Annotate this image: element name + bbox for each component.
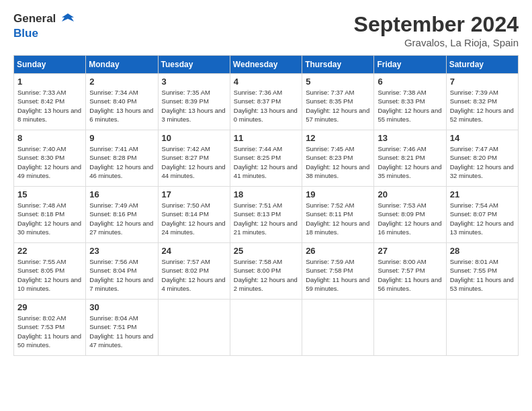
- day-info: Sunrise: 7:39 AM Sunset: 8:32 PM Dayligh…: [450, 88, 515, 124]
- calendar-week-row: 29 Sunrise: 8:02 AM Sunset: 7:53 PM Dayl…: [14, 300, 519, 356]
- calendar-day-cell: 6 Sunrise: 7:38 AM Sunset: 8:33 PM Dayli…: [374, 74, 446, 130]
- day-info: Sunrise: 7:55 AM Sunset: 8:05 PM Dayligh…: [17, 257, 82, 293]
- calendar-day-cell: 29 Sunrise: 8:02 AM Sunset: 7:53 PM Dayl…: [14, 300, 86, 356]
- day-number: 20: [378, 189, 442, 199]
- day-info: Sunrise: 7:45 AM Sunset: 8:23 PM Dayligh…: [306, 144, 370, 180]
- day-number: 13: [378, 133, 442, 143]
- day-number: 21: [450, 189, 515, 199]
- day-info: Sunrise: 7:53 AM Sunset: 8:09 PM Dayligh…: [378, 201, 442, 236]
- calendar-day-cell: [158, 300, 230, 356]
- calendar-day-cell: 16 Sunrise: 7:49 AM Sunset: 8:16 PM Dayl…: [86, 187, 158, 243]
- day-info: Sunrise: 7:57 AM Sunset: 8:02 PM Dayligh…: [162, 257, 226, 293]
- calendar-week-row: 8 Sunrise: 7:40 AM Sunset: 8:30 PM Dayli…: [14, 130, 519, 187]
- calendar-day-cell: 25 Sunrise: 7:58 AM Sunset: 8:00 PM Dayl…: [230, 243, 302, 300]
- calendar-week-row: 15 Sunrise: 7:48 AM Sunset: 8:18 PM Dayl…: [14, 187, 519, 243]
- day-info: Sunrise: 7:38 AM Sunset: 8:33 PM Dayligh…: [378, 88, 442, 124]
- day-info: Sunrise: 7:40 AM Sunset: 8:30 PM Dayligh…: [17, 144, 82, 180]
- day-number: 5: [306, 77, 370, 87]
- svg-marker-0: [62, 13, 74, 21]
- day-number: 12: [306, 133, 370, 143]
- day-number: 18: [234, 189, 298, 199]
- day-info: Sunrise: 7:33 AM Sunset: 8:42 PM Dayligh…: [17, 88, 82, 124]
- day-number: 29: [17, 302, 82, 312]
- day-info: Sunrise: 7:49 AM Sunset: 8:16 PM Dayligh…: [89, 201, 154, 236]
- day-number: 23: [89, 246, 154, 256]
- day-number: 26: [306, 246, 370, 256]
- calendar-day-cell: [302, 300, 374, 356]
- day-info: Sunrise: 7:48 AM Sunset: 8:18 PM Dayligh…: [17, 201, 82, 236]
- calendar-day-cell: 18 Sunrise: 7:51 AM Sunset: 8:13 PM Dayl…: [230, 187, 302, 243]
- calendar-day-cell: 21 Sunrise: 7:54 AM Sunset: 8:07 PM Dayl…: [446, 187, 518, 243]
- day-info: Sunrise: 7:54 AM Sunset: 8:07 PM Dayligh…: [450, 201, 515, 236]
- calendar-day-cell: 15 Sunrise: 7:48 AM Sunset: 8:18 PM Dayl…: [14, 187, 86, 243]
- logo-line1: General: [13, 12, 75, 27]
- calendar-day-cell: 1 Sunrise: 7:33 AM Sunset: 8:42 PM Dayli…: [14, 74, 86, 130]
- month-title: September 2024: [354, 12, 519, 37]
- day-info: Sunrise: 7:41 AM Sunset: 8:28 PM Dayligh…: [89, 144, 154, 180]
- day-info: Sunrise: 7:52 AM Sunset: 8:11 PM Dayligh…: [306, 201, 370, 236]
- day-info: Sunrise: 8:04 AM Sunset: 7:51 PM Dayligh…: [89, 314, 154, 349]
- day-number: 17: [162, 189, 226, 199]
- col-friday: Friday: [374, 56, 446, 74]
- calendar-day-cell: 9 Sunrise: 7:41 AM Sunset: 8:28 PM Dayli…: [86, 130, 158, 187]
- calendar-day-cell: 5 Sunrise: 7:37 AM Sunset: 8:35 PM Dayli…: [302, 74, 374, 130]
- calendar-day-cell: 11 Sunrise: 7:44 AM Sunset: 8:25 PM Dayl…: [230, 130, 302, 187]
- calendar-day-cell: 19 Sunrise: 7:52 AM Sunset: 8:11 PM Dayl…: [302, 187, 374, 243]
- calendar-day-cell: 7 Sunrise: 7:39 AM Sunset: 8:32 PM Dayli…: [446, 74, 518, 130]
- calendar-day-cell: 17 Sunrise: 7:50 AM Sunset: 8:14 PM Dayl…: [158, 187, 230, 243]
- logo-line2: Blue: [13, 27, 75, 40]
- calendar-day-cell: 3 Sunrise: 7:35 AM Sunset: 8:39 PM Dayli…: [158, 74, 230, 130]
- day-number: 22: [17, 246, 82, 256]
- calendar-day-cell: [230, 300, 302, 356]
- col-saturday: Saturday: [446, 56, 518, 74]
- calendar-day-cell: 30 Sunrise: 8:04 AM Sunset: 7:51 PM Dayl…: [86, 300, 158, 356]
- day-number: 30: [89, 302, 154, 312]
- day-number: 24: [162, 246, 226, 256]
- calendar-day-cell: 2 Sunrise: 7:34 AM Sunset: 8:40 PM Dayli…: [86, 74, 158, 130]
- day-number: 4: [234, 77, 298, 87]
- day-number: 1: [17, 77, 82, 87]
- calendar-day-cell: 23 Sunrise: 7:56 AM Sunset: 8:04 PM Dayl…: [86, 243, 158, 300]
- day-info: Sunrise: 7:37 AM Sunset: 8:35 PM Dayligh…: [306, 88, 370, 124]
- calendar-day-cell: 10 Sunrise: 7:42 AM Sunset: 8:27 PM Dayl…: [158, 130, 230, 187]
- calendar-day-cell: 26 Sunrise: 7:59 AM Sunset: 7:58 PM Dayl…: [302, 243, 374, 300]
- day-info: Sunrise: 7:56 AM Sunset: 8:04 PM Dayligh…: [89, 257, 154, 293]
- day-info: Sunrise: 7:59 AM Sunset: 7:58 PM Dayligh…: [306, 257, 370, 293]
- day-number: 10: [162, 133, 226, 143]
- day-number: 19: [306, 189, 370, 199]
- calendar-week-row: 22 Sunrise: 7:55 AM Sunset: 8:05 PM Dayl…: [14, 243, 519, 300]
- calendar-day-cell: [446, 300, 518, 356]
- day-number: 11: [234, 133, 298, 143]
- logo-bird-icon: [60, 12, 75, 27]
- day-number: 2: [89, 77, 154, 87]
- logo: General Blue: [13, 12, 75, 40]
- day-number: 25: [234, 246, 298, 256]
- day-info: Sunrise: 7:44 AM Sunset: 8:25 PM Dayligh…: [234, 144, 298, 180]
- calendar-day-cell: 22 Sunrise: 7:55 AM Sunset: 8:05 PM Dayl…: [14, 243, 86, 300]
- col-monday: Monday: [86, 56, 158, 74]
- calendar-day-cell: 20 Sunrise: 7:53 AM Sunset: 8:09 PM Dayl…: [374, 187, 446, 243]
- calendar-day-cell: 14 Sunrise: 7:47 AM Sunset: 8:20 PM Dayl…: [446, 130, 518, 187]
- calendar-day-cell: 24 Sunrise: 7:57 AM Sunset: 8:02 PM Dayl…: [158, 243, 230, 300]
- calendar-day-cell: 12 Sunrise: 7:45 AM Sunset: 8:23 PM Dayl…: [302, 130, 374, 187]
- day-info: Sunrise: 8:01 AM Sunset: 7:55 PM Dayligh…: [450, 257, 515, 293]
- col-sunday: Sunday: [14, 56, 86, 74]
- calendar-page: General Blue September 2024 Gravalos, La…: [0, 0, 532, 364]
- calendar-day-cell: 13 Sunrise: 7:46 AM Sunset: 8:21 PM Dayl…: [374, 130, 446, 187]
- day-number: 8: [17, 133, 82, 143]
- calendar-day-cell: 28 Sunrise: 8:01 AM Sunset: 7:55 PM Dayl…: [446, 243, 518, 300]
- day-info: Sunrise: 7:42 AM Sunset: 8:27 PM Dayligh…: [162, 144, 226, 180]
- day-info: Sunrise: 7:34 AM Sunset: 8:40 PM Dayligh…: [89, 88, 154, 124]
- day-number: 28: [450, 246, 515, 256]
- day-number: 15: [17, 189, 82, 199]
- day-info: Sunrise: 8:02 AM Sunset: 7:53 PM Dayligh…: [17, 314, 82, 349]
- day-info: Sunrise: 7:58 AM Sunset: 8:00 PM Dayligh…: [234, 257, 298, 293]
- day-info: Sunrise: 7:46 AM Sunset: 8:21 PM Dayligh…: [378, 144, 442, 180]
- header: General Blue September 2024 Gravalos, La…: [13, 12, 519, 48]
- col-wednesday: Wednesday: [230, 56, 302, 74]
- location: Gravalos, La Rioja, Spain: [354, 37, 519, 48]
- header-row: Sunday Monday Tuesday Wednesday Thursday…: [14, 56, 519, 74]
- day-info: Sunrise: 7:35 AM Sunset: 8:39 PM Dayligh…: [162, 88, 226, 124]
- day-info: Sunrise: 7:50 AM Sunset: 8:14 PM Dayligh…: [162, 201, 226, 236]
- day-info: Sunrise: 8:00 AM Sunset: 7:57 PM Dayligh…: [378, 257, 442, 293]
